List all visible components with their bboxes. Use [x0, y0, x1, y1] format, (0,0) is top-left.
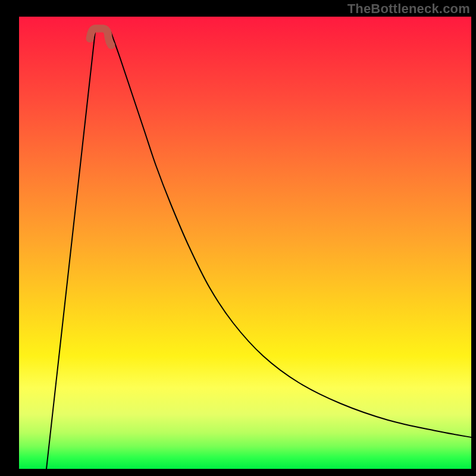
chart-stage: TheBottleneck.com: [0, 0, 476, 476]
j-shaped-marker: [90, 29, 111, 45]
watermark-text: TheBottleneck.com: [347, 1, 470, 17]
plot-area: [19, 17, 471, 469]
curves-layer: [19, 17, 471, 469]
left-descending-line: [46, 32, 95, 469]
right-rising-curve: [111, 32, 471, 437]
